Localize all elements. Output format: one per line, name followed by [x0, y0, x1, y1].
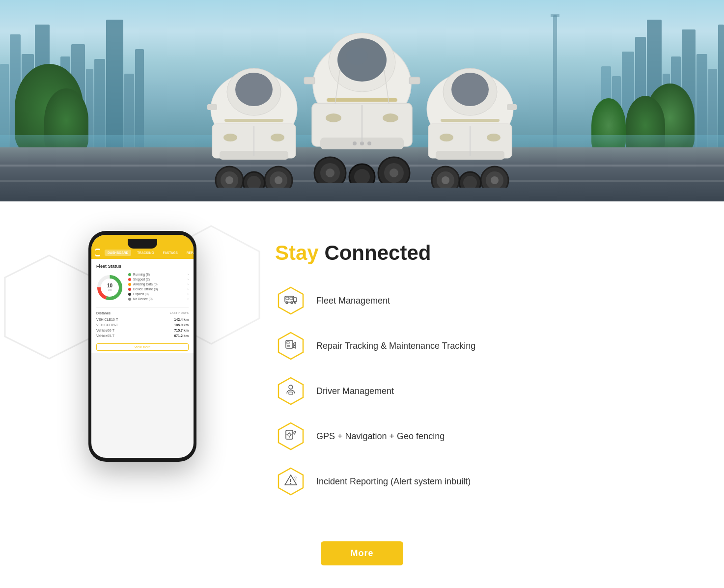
- legend-nodevice: No Device (0) ›: [128, 297, 189, 301]
- hero-section: [0, 0, 724, 201]
- svg-marker-61: [5, 255, 93, 359]
- features-list: Fleet Management: [275, 285, 675, 497]
- svg-rect-29: [304, 77, 315, 84]
- svg-point-28: [367, 141, 371, 145]
- svg-point-71: [291, 302, 293, 304]
- tab-tracking[interactable]: TRACKING: [134, 250, 157, 256]
- repair-tracking-icon: [276, 331, 306, 361]
- legend-expired: Expired (0) ›: [128, 292, 189, 296]
- distance-title: Distance: [96, 311, 111, 315]
- fleet-management-icon: [276, 286, 306, 315]
- phone-screen: DASHBOARD TRACKING FASTAGS REPAIR Fleet …: [91, 235, 194, 458]
- svg-point-53: [442, 176, 449, 184]
- donut-total: 10: [107, 283, 112, 288]
- svg-point-56: [491, 176, 499, 184]
- phone-notch: [128, 239, 157, 249]
- svg-point-85: [288, 433, 291, 436]
- distance-row-3: Vehicle05-T 671.2 km: [96, 334, 189, 337]
- donut-center: 10 All: [107, 283, 112, 291]
- right-content: Stay Connected: [275, 231, 675, 497]
- distance-period: LAST 7 DAYS: [170, 311, 189, 315]
- legend-running: Running (8) ›: [128, 273, 189, 276]
- content-section: DASHBOARD TRACKING FASTAGS REPAIR Fleet …: [0, 201, 724, 527]
- stay-connected-title: Stay Connected: [275, 241, 675, 265]
- feature-repair-tracking: Repair Tracking & Maintenance Tracking: [275, 330, 675, 362]
- svg-rect-39: [327, 98, 397, 102]
- vehicles-container: [175, 0, 549, 188]
- incident-reporting-icon-wrap: [275, 466, 306, 497]
- svg-point-2: [235, 73, 273, 106]
- svg-point-48: [440, 134, 453, 141]
- svg-rect-50: [507, 104, 517, 110]
- legend-dot-stopped: [128, 278, 131, 281]
- svg-point-33: [326, 168, 334, 177]
- distance-row-0: VEHICLE10-T 142.4 km: [96, 318, 189, 321]
- svg-point-79: [294, 345, 295, 346]
- more-button-container: More: [0, 527, 724, 588]
- svg-point-45: [451, 73, 489, 106]
- gps-navigation-icon: [276, 421, 306, 451]
- fleet-management-icon-wrap: [275, 285, 306, 316]
- svg-rect-69: [290, 297, 293, 300]
- legend-dot-offline: [128, 288, 131, 291]
- fleet-chart-area: 10 All Running (8) ›: [96, 273, 189, 302]
- svg-rect-59: [441, 119, 500, 122]
- stay-word: Stay: [275, 241, 319, 264]
- svg-rect-68: [286, 297, 289, 300]
- driver-management-icon: [276, 376, 306, 406]
- feature-repair-label: Repair Tracking & Maintenance Tracking: [316, 341, 475, 351]
- tower-antenna: [551, 14, 559, 17]
- tab-repair[interactable]: REPAIR: [184, 250, 194, 256]
- svg-rect-30: [409, 77, 420, 84]
- feature-incident-reporting: Incident Reporting (Alert system inbuilt…: [275, 466, 675, 497]
- svg-rect-76: [287, 341, 289, 344]
- legend-dot-nodevice: [128, 298, 131, 301]
- fleet-legend: Running (8) › Stopped (2) ›: [128, 273, 189, 302]
- legend-dot-running: [128, 273, 131, 276]
- phone-mockup-container: DASHBOARD TRACKING FASTAGS REPAIR Fleet …: [49, 231, 236, 486]
- more-button[interactable]: More: [321, 541, 403, 565]
- feature-driver-label: Driver Management: [316, 386, 394, 396]
- svg-rect-7: [207, 104, 217, 110]
- tab-fastags[interactable]: FASTAGS: [160, 250, 181, 256]
- feature-fleet-label: Fleet Management: [316, 296, 390, 306]
- legend-dot-awaiting: [128, 283, 131, 286]
- app-logo: [95, 249, 100, 256]
- legend-stopped: Stopped (2) ›: [128, 278, 189, 281]
- svg-point-21: [346, 47, 368, 65]
- tab-dashboard[interactable]: DASHBOARD: [105, 250, 131, 256]
- gps-navigation-icon-wrap: [275, 420, 306, 452]
- driver-management-icon-wrap: [275, 375, 306, 407]
- feature-incident-label: Incident Reporting (Alert system inbuilt…: [316, 476, 471, 487]
- feature-driver-management: Driver Management: [275, 375, 675, 407]
- svg-rect-16: [224, 119, 283, 122]
- phone: DASHBOARD TRACKING FASTAGS REPAIR Fleet …: [88, 231, 196, 462]
- hex-decoration-left: [0, 251, 98, 364]
- feature-gps-navigation: GPS + Navigation + Geo fencing: [275, 420, 675, 452]
- fleet-status-title: Fleet Status: [96, 264, 189, 269]
- feature-gps-label: GPS + Navigation + Geo fencing: [316, 431, 445, 442]
- tower: [553, 15, 557, 152]
- svg-point-26: [353, 141, 357, 145]
- svg-point-6: [271, 134, 284, 141]
- legend-dot-expired: [128, 293, 131, 296]
- repair-tracking-icon-wrap: [275, 330, 306, 362]
- distance-header: Distance LAST 7 DAYS: [96, 311, 189, 315]
- svg-point-13: [275, 176, 282, 184]
- connected-word: Connected: [319, 241, 431, 264]
- donut-chart: 10 All: [96, 274, 123, 301]
- vehicle-center: [303, 21, 421, 183]
- svg-point-10: [225, 176, 233, 184]
- distance-row-2: Vehicle06-T 715.7 km: [96, 329, 189, 332]
- distance-section: Distance LAST 7 DAYS VEHICLE10-T 142.4 k…: [96, 307, 189, 351]
- app-body: Fleet Status: [91, 259, 194, 353]
- svg-point-70: [286, 302, 288, 304]
- svg-point-36: [390, 168, 398, 177]
- svg-point-88: [290, 483, 291, 484]
- legend-awaiting: Awaiting Data (0) ›: [128, 282, 189, 286]
- donut-label: All: [107, 288, 112, 291]
- incident-reporting-icon: [276, 467, 306, 496]
- distance-row-1: VEHICLE09-T 185.9 km: [96, 323, 189, 327]
- svg-rect-82: [289, 392, 293, 394]
- view-more-button[interactable]: View More: [96, 343, 189, 351]
